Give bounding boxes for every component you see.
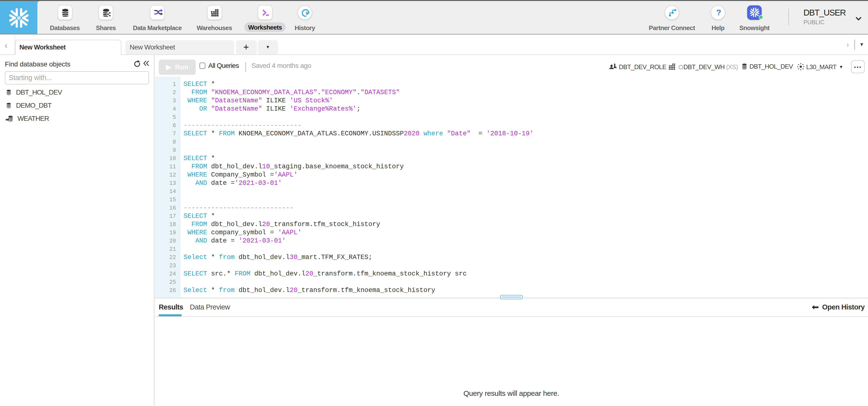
svg-text:?: ? <box>716 8 721 17</box>
